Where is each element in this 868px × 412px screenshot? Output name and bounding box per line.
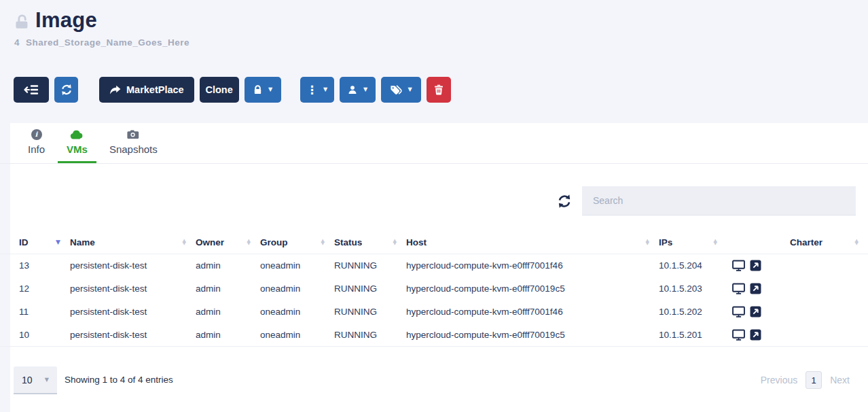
marketplace-label: MarketPlace bbox=[126, 84, 184, 95]
cell-group: oneadmin bbox=[260, 260, 334, 271]
back-to-list-icon bbox=[24, 84, 39, 96]
vnc-console-icon[interactable] bbox=[732, 260, 745, 272]
column-header-status[interactable]: Status ▲▼ bbox=[334, 237, 406, 247]
lock-dropdown-button[interactable]: ▼ bbox=[245, 77, 281, 103]
cell-ips: 10.1.5.204 bbox=[659, 260, 727, 271]
tab-snapshots[interactable]: Snapshots bbox=[101, 128, 166, 163]
delete-button[interactable] bbox=[427, 77, 451, 103]
tab-snapshots-label: Snapshots bbox=[109, 143, 158, 155]
cell-status: RUNNING bbox=[334, 284, 406, 294]
lock-icon bbox=[253, 84, 263, 95]
cell-group: oneadmin bbox=[260, 330, 334, 340]
cell-id: 10 bbox=[19, 330, 70, 340]
vnc-console-icon[interactable] bbox=[732, 306, 745, 318]
cell-status: RUNNING bbox=[334, 330, 406, 340]
tab-info[interactable]: i Info bbox=[19, 128, 54, 163]
cloud-icon bbox=[70, 128, 84, 140]
external-link-icon[interactable] bbox=[750, 329, 761, 341]
tab-vms-label: VMs bbox=[67, 143, 88, 155]
table-row[interactable]: 12 persistent-disk-test admin oneadmin R… bbox=[0, 277, 868, 301]
previous-page-button[interactable]: Previous bbox=[761, 375, 797, 385]
resource-subtitle: 4 Shared_Storage_Name_Goes_Here bbox=[14, 37, 189, 48]
table-row[interactable]: 13 persistent-disk-test admin oneadmin R… bbox=[0, 254, 868, 277]
info-icon: i bbox=[31, 128, 42, 140]
cell-host: hypercloud-compute-kvm-e0fff70019c5 bbox=[406, 330, 659, 340]
column-header-group[interactable]: Group ▲▼ bbox=[260, 237, 334, 247]
ownership-dropdown-button[interactable]: ▼ bbox=[340, 77, 376, 103]
marketplace-button[interactable]: MarketPlace bbox=[99, 77, 194, 103]
camera-icon bbox=[127, 128, 139, 140]
pagination: Previous 1 Next bbox=[761, 371, 850, 389]
page-size-value: 10 bbox=[22, 375, 33, 385]
clone-button[interactable]: Clone bbox=[200, 77, 239, 103]
cell-name: persistent-disk-test bbox=[70, 307, 196, 317]
vnc-console-icon[interactable] bbox=[732, 283, 745, 295]
column-header-id[interactable]: ID ▼ bbox=[19, 237, 70, 247]
chevron-down-icon: ▼ bbox=[45, 377, 49, 383]
column-header-owner[interactable]: Owner ▲▼ bbox=[196, 237, 260, 247]
clone-label: Clone bbox=[206, 84, 233, 95]
vnc-console-icon[interactable] bbox=[732, 329, 745, 341]
chevron-down-icon: ▼ bbox=[323, 87, 327, 92]
refresh-icon bbox=[60, 84, 73, 96]
back-to-list-button[interactable] bbox=[14, 77, 49, 103]
search-input[interactable] bbox=[582, 186, 856, 216]
actions-dropdown-button[interactable]: ⋮ ▼ bbox=[300, 77, 334, 103]
share-arrow-icon bbox=[109, 85, 121, 95]
sort-icon: ▲▼ bbox=[855, 240, 858, 245]
cell-ips: 10.1.5.203 bbox=[659, 284, 727, 294]
detail-header: Image 4 Shared_Storage_Name_Goes_Here bbox=[0, 0, 868, 123]
cell-host: hypercloud-compute-kvm-e0fff70019c5 bbox=[406, 284, 659, 294]
sort-icon: ▲▼ bbox=[646, 240, 649, 245]
external-link-icon[interactable] bbox=[750, 306, 761, 318]
toolbar: MarketPlace Clone ▼ ⋮ ▼ bbox=[14, 77, 451, 103]
cell-host: hypercloud-compute-kvm-e0fff7001f46 bbox=[406, 260, 659, 271]
sort-icon: ▲▼ bbox=[321, 240, 325, 245]
cell-status: RUNNING bbox=[334, 260, 406, 271]
cell-id: 13 bbox=[19, 260, 70, 271]
image-detail-page: Image 4 Shared_Storage_Name_Goes_Here bbox=[0, 0, 868, 412]
trash-icon bbox=[434, 84, 444, 95]
current-page-button[interactable]: 1 bbox=[806, 371, 822, 389]
sort-icon: ▲▼ bbox=[393, 240, 397, 245]
table-refresh-button[interactable] bbox=[557, 194, 572, 209]
sort-desc-icon: ▼ bbox=[56, 239, 60, 245]
ellipsis-vertical-icon: ⋮ bbox=[306, 84, 318, 96]
cell-host: hypercloud-compute-kvm-e0fff7001f46 bbox=[406, 307, 659, 317]
tab-bar: i Info VMs Snapshots bbox=[0, 128, 868, 164]
table-row[interactable]: 10 persistent-disk-test admin oneadmin R… bbox=[0, 324, 868, 347]
cell-status: RUNNING bbox=[334, 307, 406, 317]
cell-owner: admin bbox=[196, 330, 260, 340]
page-size-select[interactable]: 10 ▼ bbox=[14, 366, 57, 394]
column-header-ips[interactable]: IPs ▲▼ bbox=[659, 237, 727, 247]
column-header-host[interactable]: Host ▲▼ bbox=[406, 237, 659, 247]
tags-icon bbox=[390, 84, 403, 95]
cell-actions bbox=[727, 329, 776, 341]
cell-owner: admin bbox=[196, 260, 260, 271]
cell-name: persistent-disk-test bbox=[70, 330, 196, 340]
refresh-icon bbox=[557, 194, 572, 209]
user-icon bbox=[347, 84, 358, 95]
refresh-button[interactable] bbox=[54, 77, 78, 103]
showing-entries-text: Showing 1 to 4 of 4 entries bbox=[65, 375, 173, 385]
labels-dropdown-button[interactable]: ▼ bbox=[381, 77, 421, 103]
page-title: Image bbox=[35, 8, 97, 33]
chevron-down-icon: ▼ bbox=[363, 87, 367, 92]
external-link-icon[interactable] bbox=[750, 260, 761, 272]
tab-info-label: Info bbox=[28, 143, 45, 155]
cell-owner: admin bbox=[196, 307, 260, 317]
cell-actions bbox=[727, 306, 776, 318]
cell-ips: 10.1.5.202 bbox=[659, 307, 727, 317]
cell-group: oneadmin bbox=[260, 284, 334, 294]
tab-vms[interactable]: VMs bbox=[58, 128, 96, 163]
cell-name: persistent-disk-test bbox=[70, 260, 196, 271]
chevron-down-icon: ▼ bbox=[268, 87, 272, 92]
table-controls bbox=[0, 186, 868, 216]
external-link-icon[interactable] bbox=[750, 283, 761, 295]
table-header-row: ID ▼ Name ▲▼ Owner ▲▼ Group ▲▼ Status ▲▼… bbox=[0, 231, 868, 254]
column-header-name[interactable]: Name ▲▼ bbox=[70, 237, 196, 247]
column-header-charter[interactable]: Charter ▲▼ bbox=[776, 237, 868, 247]
table-row[interactable]: 11 persistent-disk-test admin oneadmin R… bbox=[0, 301, 868, 324]
next-page-button[interactable]: Next bbox=[830, 375, 850, 385]
cell-id: 11 bbox=[19, 307, 70, 317]
